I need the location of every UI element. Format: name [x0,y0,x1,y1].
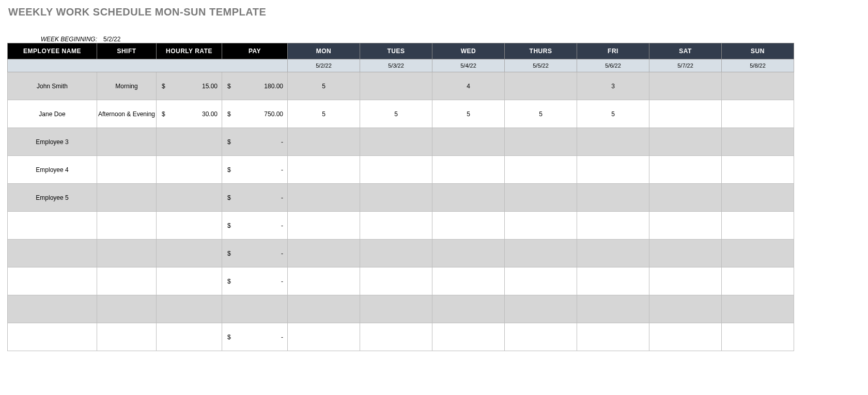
hours-cell[interactable]: 5 [505,100,577,128]
hours-cell[interactable]: 3 [577,72,649,100]
hours-cell[interactable] [505,295,577,323]
pay-cell[interactable]: $- [222,267,288,295]
hours-cell[interactable] [722,267,794,295]
hours-cell[interactable] [722,100,794,128]
hours-cell[interactable] [432,323,505,351]
hours-cell[interactable] [649,240,722,267]
pay-cell[interactable]: $180.00 [222,72,288,100]
hours-cell[interactable] [288,267,360,295]
hours-cell[interactable] [649,72,722,100]
hours-cell[interactable] [288,295,360,323]
hours-cell[interactable] [288,156,360,184]
hourly-rate-cell[interactable] [157,184,222,212]
hours-cell[interactable] [432,267,505,295]
hours-cell[interactable] [649,184,722,212]
shift-cell[interactable] [97,240,157,267]
shift-cell[interactable]: Morning [97,72,157,100]
hours-cell[interactable]: 5 [360,100,432,128]
hours-cell[interactable]: 5 [288,72,360,100]
hours-cell[interactable] [360,128,432,156]
hours-cell[interactable] [505,323,577,351]
pay-cell[interactable]: $- [222,240,288,267]
shift-cell[interactable]: Afternoon & Evening [97,100,157,128]
hours-cell[interactable] [722,72,794,100]
pay-cell[interactable]: $- [222,212,288,240]
hours-cell[interactable] [505,128,577,156]
hours-cell[interactable] [577,128,649,156]
employee-name-cell[interactable]: Jane Doe [8,100,97,128]
employee-name-cell[interactable] [8,295,97,323]
shift-cell[interactable] [97,295,157,323]
pay-cell[interactable]: $- [222,156,288,184]
hours-cell[interactable] [432,184,505,212]
hours-cell[interactable] [432,295,505,323]
hours-cell[interactable] [360,72,432,100]
hours-cell[interactable] [577,240,649,267]
shift-cell[interactable] [97,267,157,295]
hours-cell[interactable] [432,156,505,184]
hourly-rate-cell[interactable] [157,267,222,295]
hours-cell[interactable] [288,323,360,351]
hours-cell[interactable] [649,323,722,351]
hourly-rate-cell[interactable] [157,128,222,156]
employee-name-cell[interactable] [8,212,97,240]
hours-cell[interactable] [722,128,794,156]
hours-cell[interactable]: 5 [432,100,505,128]
hours-cell[interactable] [649,212,722,240]
hours-cell[interactable] [505,240,577,267]
employee-name-cell[interactable]: Employee 4 [8,156,97,184]
hours-cell[interactable] [649,295,722,323]
hours-cell[interactable] [505,156,577,184]
hours-cell[interactable] [649,128,722,156]
hourly-rate-cell[interactable] [157,295,222,323]
employee-name-cell[interactable] [8,267,97,295]
hours-cell[interactable] [722,295,794,323]
hours-cell[interactable] [577,323,649,351]
hours-cell[interactable] [722,156,794,184]
hours-cell[interactable] [288,184,360,212]
hours-cell[interactable] [505,267,577,295]
shift-cell[interactable] [97,212,157,240]
employee-name-cell[interactable]: Employee 5 [8,184,97,212]
hours-cell[interactable] [505,212,577,240]
employee-name-cell[interactable]: Employee 3 [8,128,97,156]
hours-cell[interactable] [360,212,432,240]
shift-cell[interactable] [97,184,157,212]
hours-cell[interactable] [360,295,432,323]
hours-cell[interactable]: 5 [288,100,360,128]
pay-cell[interactable]: $- [222,184,288,212]
hourly-rate-cell[interactable] [157,240,222,267]
hours-cell[interactable] [360,184,432,212]
hours-cell[interactable] [432,128,505,156]
week-beginning-value[interactable]: 5/2/22 [103,36,120,43]
hours-cell[interactable] [288,128,360,156]
hours-cell[interactable]: 4 [432,72,505,100]
hours-cell[interactable] [722,323,794,351]
hours-cell[interactable] [432,240,505,267]
hourly-rate-cell[interactable] [157,156,222,184]
employee-name-cell[interactable] [8,323,97,351]
employee-name-cell[interactable] [8,240,97,267]
hours-cell[interactable] [722,184,794,212]
shift-cell[interactable] [97,156,157,184]
hours-cell[interactable] [722,212,794,240]
hours-cell[interactable] [649,267,722,295]
hours-cell[interactable] [360,267,432,295]
employee-name-cell[interactable]: John Smith [8,72,97,100]
hours-cell[interactable] [360,156,432,184]
pay-cell[interactable] [222,295,288,323]
hours-cell[interactable] [722,240,794,267]
hours-cell[interactable] [505,72,577,100]
hours-cell[interactable] [649,100,722,128]
hours-cell[interactable] [288,240,360,267]
hours-cell[interactable] [577,212,649,240]
hours-cell[interactable] [505,184,577,212]
hourly-rate-cell[interactable] [157,212,222,240]
hourly-rate-cell[interactable] [157,323,222,351]
hours-cell[interactable] [577,156,649,184]
hours-cell[interactable] [577,295,649,323]
hours-cell[interactable] [432,212,505,240]
hours-cell[interactable] [577,267,649,295]
hourly-rate-cell[interactable]: $15.00 [157,72,222,100]
pay-cell[interactable]: $- [222,323,288,351]
